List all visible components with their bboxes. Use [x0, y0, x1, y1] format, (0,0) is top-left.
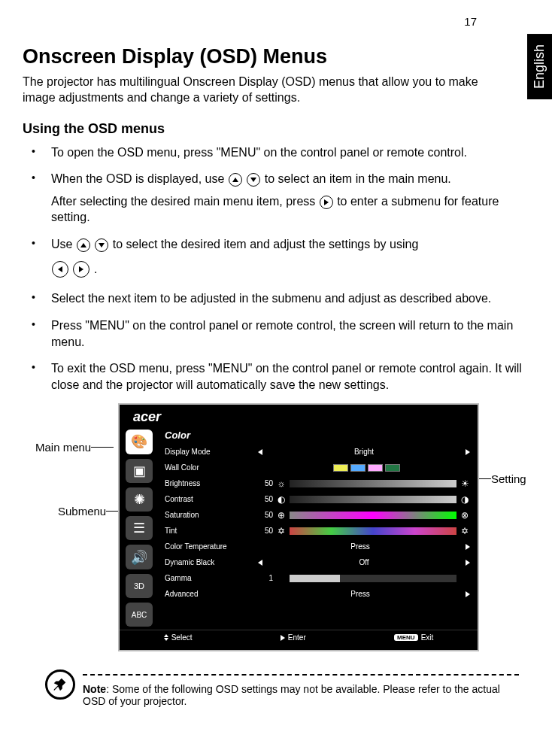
osd-row-brightness: Brightness 50 ☼ ☀ [165, 475, 470, 491]
text-fragment: to select the desired item and adjust th… [113, 238, 418, 250]
gear-icon: ✺ [126, 487, 153, 512]
up-arrow-icon [77, 238, 90, 252]
osd-row-value: Press [258, 590, 463, 598]
osd-row-label: Color Temperature [165, 542, 255, 551]
brand-logo: acer [120, 405, 478, 427]
language-icon: ABC [126, 603, 153, 627]
footer-enter: Enter [281, 633, 306, 642]
osd-row-wall-color: Wall Color [165, 460, 470, 475]
color-swatches [276, 464, 456, 472]
tint-low-icon: ✡ [276, 526, 287, 536]
bullet-list: To open the OSD menu, press "MENU" on th… [23, 144, 529, 393]
osd-row-value: 50 [258, 511, 273, 519]
down-arrow-icon [95, 238, 108, 252]
image-icon: ▣ [126, 459, 153, 483]
osd-row-value: 50 [258, 527, 273, 535]
callout-label: Setting [491, 472, 526, 485]
osd-row-value: Press [258, 542, 463, 551]
slider [290, 512, 456, 519]
osd-footer: Select Enter MENU Exit [120, 630, 478, 645]
text-fragment: When the OSD is displayed, use [51, 172, 228, 185]
right-arrow-icon [466, 544, 470, 550]
osd-row-label: Display Mode [165, 448, 255, 456]
right-arrow-icon [73, 261, 89, 278]
osd-row-value: 50 [258, 479, 273, 487]
footer-select: Select [164, 633, 193, 642]
bullet-item-2: When the OSD is displayed, use to select… [44, 171, 525, 226]
osd-row-value: 1 [258, 574, 273, 582]
bullet-item-3: Use to select the desired item and adjus… [44, 236, 525, 280]
bullet-item-6: To exit the OSD menu, press "MENU" on th… [44, 360, 525, 393]
contrast-high-icon: ◑ [459, 494, 470, 505]
note-label: Note [83, 683, 106, 695]
osd-row-label: Contrast [165, 495, 255, 503]
tint-high-icon: ✡ [459, 526, 470, 536]
audio-icon: 🔊 [126, 545, 153, 569]
slider [290, 575, 456, 582]
osd-main-panel: Color Display Mode Bright Wall Color [160, 427, 478, 630]
right-arrow-icon [466, 591, 470, 597]
osd-row-saturation: Saturation 50 ⊕ ⊗ [165, 507, 470, 523]
osd-row-label: Tint [165, 527, 255, 535]
saturation-low-icon: ⊕ [276, 510, 287, 521]
osd-screenshot: acer 🎨 ▣ ✺ ☰ 🔊 3D ABC Color Display Mode [118, 403, 479, 651]
callout-main-menu: Main menu [35, 441, 114, 454]
palette-icon: 🎨 [126, 430, 153, 454]
osd-row-contrast: Contrast 50 ◐ ◑ [165, 491, 470, 507]
slider [290, 480, 456, 487]
sun-bright-icon: ☀ [459, 478, 470, 489]
osd-row-tint: Tint 50 ✡ ✡ [165, 523, 470, 539]
osd-row-display-mode: Display Mode Bright [165, 444, 470, 460]
osd-row-label: Saturation [165, 511, 255, 519]
page-number: 17 [464, 15, 477, 28]
osd-row-value: Bright [265, 448, 463, 456]
left-arrow-icon [258, 449, 262, 455]
slider [290, 527, 456, 535]
footer-label: Enter [288, 633, 306, 642]
management-icon: ☰ [126, 516, 153, 540]
text-fragment: Use [51, 238, 76, 250]
callout-label: Main menu [35, 441, 91, 454]
page-title: Onscreen Display (OSD) Menus [23, 45, 529, 68]
osd-row-label: Dynamic Black [165, 558, 255, 566]
menu-badge: MENU [394, 634, 418, 641]
down-arrow-icon [247, 173, 260, 187]
footer-label: Exit [421, 633, 434, 642]
left-arrow-icon [258, 560, 262, 566]
osd-row-label: Brightness [165, 479, 255, 487]
text-fragment: to select an item in the main menu. [265, 172, 451, 185]
footer-label: Select [171, 633, 193, 642]
osd-row-color-temp: Color Temperature Press [165, 539, 470, 554]
divider [83, 674, 519, 676]
osd-sidebar: 🎨 ▣ ✺ ☰ 🔊 3D ABC [120, 427, 160, 630]
pin-icon [45, 669, 75, 700]
sun-dim-icon: ☼ [276, 478, 287, 489]
bullet-item-1: To open the OSD menu, press "MENU" on th… [44, 144, 525, 161]
osd-row-advanced: Advanced Press [165, 586, 470, 602]
osd-row-dynamic-black: Dynamic Black Off [165, 554, 470, 570]
osd-row-value: 50 [258, 495, 273, 503]
left-arrow-icon [52, 261, 68, 278]
contrast-low-icon: ◐ [276, 494, 287, 505]
section-heading: Using the OSD menus [23, 121, 529, 137]
right-arrow-icon [320, 196, 333, 209]
callout-setting: Setting [476, 472, 526, 485]
text-fragment: . [94, 263, 97, 275]
up-arrow-icon [229, 173, 242, 187]
text-fragment: After selecting the desired main menu it… [51, 195, 319, 208]
osd-panel-title: Color [165, 430, 190, 441]
osd-row-label: Advanced [165, 590, 255, 598]
bullet-item-4: Select the next item to be adjusted in t… [44, 290, 525, 307]
osd-row-value: Off [265, 558, 463, 566]
bullet-item-5: Press "MENU" on the control panel or rem… [44, 317, 525, 350]
right-arrow-icon [466, 560, 470, 566]
threed-icon: 3D [126, 574, 153, 598]
language-tab: English [527, 34, 552, 99]
right-arrow-icon [466, 449, 470, 455]
slider [290, 496, 456, 503]
osd-row-label: Wall Color [165, 463, 255, 472]
note-text: Note: Some of the following OSD settings… [83, 674, 519, 707]
osd-row-gamma: Gamma 1 [165, 570, 470, 586]
saturation-high-icon: ⊗ [459, 510, 470, 521]
note-body: : Some of the following OSD settings may… [83, 683, 500, 707]
